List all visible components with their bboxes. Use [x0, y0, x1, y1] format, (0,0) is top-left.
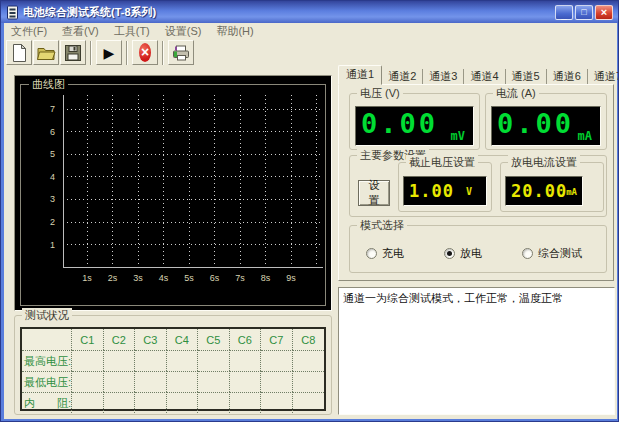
open-file-icon — [36, 43, 56, 63]
close-icon: × — [601, 7, 607, 18]
tab-channel-5[interactable]: 通道5 — [506, 69, 547, 85]
print-button[interactable] — [168, 40, 194, 65]
menu-item-file[interactable]: 文件(F) — [11, 24, 47, 39]
discharge-current-unit: mA — [566, 187, 577, 197]
cutoff-voltage-unit: V — [466, 186, 472, 197]
col-header-c4: C4 — [167, 329, 199, 350]
tab-channel-2[interactable]: 通道2 — [382, 69, 423, 85]
menu-item-view[interactable]: 查看(V) — [62, 24, 99, 39]
open-file-button[interactable] — [33, 40, 59, 65]
mode-select-group: 模式选择 充电放电综合测试 — [349, 225, 607, 273]
svg-text:6: 6 — [50, 127, 55, 137]
cutoff-voltage-display: 1.00 V — [403, 176, 487, 206]
svg-text:5: 5 — [50, 149, 55, 159]
svg-text:5s: 5s — [184, 273, 194, 283]
svg-text:6s: 6s — [210, 273, 220, 283]
start-button[interactable]: ▶ — [96, 40, 122, 65]
tab-channel-3[interactable]: 通道3 — [423, 69, 464, 85]
voltage-unit: mV — [451, 129, 465, 143]
mode-option-combined-test[interactable]: 综合测试 — [522, 246, 600, 261]
status-message-box[interactable]: 通道一为综合测试模式，工作正常，温度正常 — [338, 287, 615, 415]
radio-icon-combined-test[interactable] — [522, 248, 533, 259]
tab-channel-1[interactable]: 通道1 — [338, 65, 382, 85]
table-cell — [72, 371, 104, 392]
svg-text:9s: 9s — [286, 273, 296, 283]
test-table: C1C2C3C4C5C6C7C8最高电压:最低电压:内 阻: — [20, 327, 326, 411]
mode-option-charge[interactable]: 充电 — [366, 246, 444, 261]
col-header-c5: C5 — [198, 329, 230, 350]
svg-text:1: 1 — [50, 240, 55, 250]
table-cell — [198, 350, 230, 371]
current-value: 0.00 — [497, 108, 574, 139]
radio-icon-discharge[interactable] — [444, 248, 455, 259]
battery-app-icon — [6, 5, 19, 20]
tab-channel-4[interactable]: 通道4 — [464, 69, 505, 85]
menu-item-tools[interactable]: 工具(T) — [114, 24, 150, 39]
svg-text:8s: 8s — [261, 273, 271, 283]
row-label: 最高电压: — [22, 350, 72, 371]
maximize-icon: □ — [581, 8, 586, 17]
save-button[interactable] — [60, 40, 86, 65]
test-status-group: 测试状况 C1C2C3C4C5C6C7C8最高电压:最低电压:内 阻: — [14, 315, 332, 415]
col-header-c2: C2 — [104, 329, 136, 350]
tab-channel-7[interactable]: 通道7 — [588, 69, 619, 85]
save-icon — [63, 43, 83, 63]
test-status-label: 测试状况 — [22, 308, 72, 323]
stop-icon: × — [139, 43, 151, 62]
voltage-display: 0.00 mV — [355, 106, 474, 146]
row-label: 内 阻: — [22, 392, 72, 413]
toolbar-separator — [126, 41, 128, 65]
toolbar-separator — [90, 41, 92, 65]
svg-text:1s: 1s — [82, 273, 92, 283]
title-bar: 电池综合测试系统(T-8系列) _ □ × — [1, 1, 618, 23]
table-cell — [293, 350, 325, 371]
table-corner-cell — [22, 329, 72, 350]
col-header-c3: C3 — [135, 329, 167, 350]
new-file-button[interactable] — [6, 40, 32, 65]
print-icon — [171, 43, 191, 63]
mode-select-label: 模式选择 — [357, 218, 407, 233]
mode-option-discharge[interactable]: 放电 — [444, 246, 522, 261]
table-cell — [167, 392, 199, 413]
new-file-icon — [9, 43, 29, 63]
col-header-c6: C6 — [230, 329, 262, 350]
table-cell — [261, 371, 293, 392]
svg-text:2: 2 — [50, 217, 55, 227]
menu-bar: 文件(F)查看(V)工具(T)设置(S)帮助(H) — [4, 23, 617, 39]
toolbar-separator — [162, 41, 164, 65]
row-label: 最低电压: — [22, 371, 72, 392]
table-cell — [72, 350, 104, 371]
maximize-button[interactable]: □ — [575, 5, 593, 20]
voltage-group-label: 电压 (V) — [357, 86, 403, 101]
menu-item-settings[interactable]: 设置(S) — [165, 24, 202, 39]
table-cell — [72, 392, 104, 413]
minimize-button[interactable]: _ — [555, 5, 573, 20]
svg-text:4: 4 — [50, 172, 55, 182]
mode-options: 充电放电综合测试 — [366, 246, 600, 261]
table-cell — [230, 371, 262, 392]
discharge-current-group: 放电电流设置 20.00 mA — [500, 162, 604, 212]
stop-button[interactable]: × — [132, 40, 158, 65]
set-button[interactable]: 设置 — [358, 180, 390, 206]
current-unit: mA — [578, 129, 592, 143]
col-header-c8: C8 — [293, 329, 325, 350]
svg-text:3s: 3s — [133, 273, 143, 283]
table-cell — [261, 392, 293, 413]
table-cell — [230, 392, 262, 413]
table-cell — [167, 371, 199, 392]
status-message-text: 通道一为综合测试模式，工作正常，温度正常 — [343, 292, 563, 304]
col-header-c7: C7 — [261, 329, 293, 350]
tab-channel-6[interactable]: 通道6 — [547, 69, 588, 85]
cutoff-voltage-value: 1.00 — [409, 181, 454, 201]
mode-option-label: 放电 — [460, 246, 482, 261]
curve-chart: 76543211s2s3s4s5s6s7s8s9s — [21, 85, 325, 305]
toolbar: ▶× — [4, 39, 617, 66]
current-display: 0.00 mA — [491, 106, 601, 146]
close-button[interactable]: × — [595, 5, 613, 20]
radio-icon-charge[interactable] — [366, 248, 377, 259]
current-group: 电流 (A) 0.00 mA — [485, 93, 607, 150]
mode-option-label: 充电 — [382, 246, 404, 261]
stop-x-glyph: × — [141, 45, 149, 59]
menu-item-help[interactable]: 帮助(H) — [216, 24, 253, 39]
table-cell — [104, 392, 136, 413]
